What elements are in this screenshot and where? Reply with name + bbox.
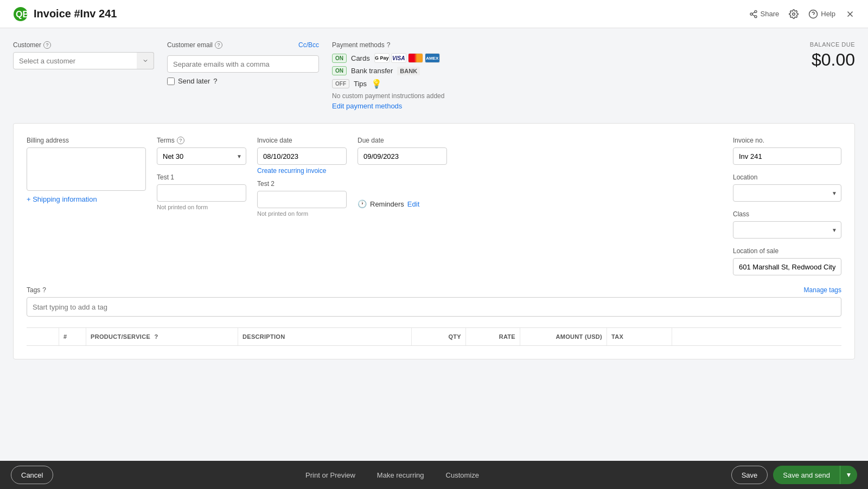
tips-toggle[interactable]: OFF: [332, 79, 349, 88]
create-recurring-link[interactable]: Create recurring invoice: [257, 167, 347, 175]
close-button[interactable]: [845, 9, 855, 19]
svg-line-5: [752, 15, 755, 16]
share-button[interactable]: Share: [749, 10, 780, 18]
table-col-rate: RATE: [466, 328, 520, 345]
send-later-label: Send later: [178, 77, 210, 85]
send-later-help-icon[interactable]: ?: [213, 77, 217, 85]
payment-methods-help-icon[interactable]: ?: [387, 41, 391, 49]
terms-group: Terms ? Net 30 Net 15 Due on receipt Cus…: [157, 137, 246, 210]
product-help-icon[interactable]: ?: [154, 333, 158, 340]
location-select[interactable]: [733, 184, 841, 202]
header-right: Share Help: [749, 9, 855, 19]
top-section: Customer ? Customer email ? Cc/Bcc: [13, 41, 855, 110]
balance-section: BALANCE DUE $0.00: [746, 41, 855, 70]
help-icon: [808, 9, 818, 19]
customer-help-icon[interactable]: ?: [43, 41, 51, 49]
share-icon: [749, 10, 758, 18]
reminders-row: 🕐 Reminders Edit: [358, 200, 447, 208]
email-input[interactable]: [167, 55, 319, 73]
tips-row: OFF Tips 💡: [332, 79, 733, 89]
svg-point-4: [755, 15, 757, 17]
invoice-no-group: Invoice no.: [733, 137, 841, 165]
table-col-amount: AMOUNT (USD): [520, 328, 607, 345]
due-date-input[interactable]: [358, 147, 447, 165]
customer-input[interactable]: [13, 52, 154, 69]
terms-select[interactable]: Net 30 Net 15 Due on receipt Custom: [157, 147, 246, 165]
mastercard-icon: [408, 53, 423, 63]
reminders-edit-link[interactable]: Edit: [407, 200, 419, 208]
billing-label: Billing address: [27, 137, 146, 144]
tags-input[interactable]: [27, 297, 841, 317]
bank-transfer-row: ON Bank transfer BANK: [332, 66, 733, 75]
settings-button[interactable]: [789, 9, 799, 19]
bank-transfer-label: Bank transfer: [351, 67, 393, 75]
gear-icon: [789, 9, 799, 19]
location-of-sale-input[interactable]: [733, 258, 841, 275]
cards-toggle[interactable]: ON: [332, 54, 347, 63]
clock-icon: 🕐: [358, 200, 367, 208]
tags-help-icon[interactable]: ?: [42, 286, 46, 294]
invoice-date-input[interactable]: [257, 147, 347, 165]
gpay-icon: G Pay: [374, 53, 390, 63]
share-label: Share: [761, 10, 780, 18]
app-header: QB Invoice #Inv 241 Share Help: [0, 0, 868, 28]
help-button[interactable]: Help: [808, 9, 835, 19]
billing-address-input[interactable]: [27, 147, 146, 191]
cc-bcc-link[interactable]: Cc/Bcc: [298, 41, 319, 49]
no-payment-text: No custom payment instructions added: [332, 92, 733, 100]
customer-section: Customer ?: [13, 41, 154, 69]
right-fields: Invoice no. Location ▼ Class: [733, 137, 841, 275]
table-col-checkbox: [27, 328, 59, 345]
billing-address-group: Billing address + Shipping information: [27, 137, 146, 203]
amex-icon: AMEX: [425, 53, 440, 63]
custom-field1-input[interactable]: [157, 184, 246, 202]
send-later-checkbox[interactable]: [167, 78, 175, 85]
help-label: Help: [821, 10, 835, 18]
email-header-row: Customer email ? Cc/Bcc: [167, 41, 319, 49]
header-left: QB Invoice #Inv 241: [13, 7, 749, 22]
invoice-no-input[interactable]: [733, 147, 841, 165]
close-icon: [845, 9, 855, 19]
payment-section: Payment methods ? ON Cards G Pay VISA AM…: [332, 41, 733, 110]
balance-label: BALANCE DUE: [746, 41, 855, 48]
custom-field2-group: Test 2 Not printed on form: [257, 180, 347, 217]
due-date-group: Due date 🕐 Reminders Edit: [358, 137, 447, 208]
custom-field1-label: Test 1: [157, 173, 246, 181]
cards-label: Cards: [351, 54, 370, 62]
table-header: # PRODUCT/SERVICE ? DESCRIPTION QTY RATE…: [27, 327, 841, 346]
custom-field2-input[interactable]: [257, 191, 347, 208]
invoice-date-label: Invoice date: [257, 137, 347, 144]
quickbooks-logo-icon: QB: [13, 7, 28, 22]
tags-section: Tags ? Manage tags: [27, 286, 841, 317]
chevron-down-icon: [142, 57, 149, 64]
class-group: Class ▼: [733, 210, 841, 239]
svg-point-3: [750, 13, 752, 15]
email-label: Customer email ?: [167, 41, 222, 49]
form-row-1: Billing address + Shipping information T…: [27, 137, 841, 275]
email-help-icon[interactable]: ?: [215, 41, 222, 49]
tips-icon: 💡: [371, 79, 382, 89]
table-col-product: PRODUCT/SERVICE ?: [86, 328, 238, 345]
terms-select-wrapper: Net 30 Net 15 Due on receipt Custom ▼: [157, 147, 246, 165]
table-col-description: DESCRIPTION: [238, 328, 412, 345]
customer-dropdown-button[interactable]: [137, 52, 154, 69]
location-of-sale-label: Location of sale: [733, 247, 841, 255]
terms-help-icon[interactable]: ?: [177, 137, 184, 144]
table-col-num: #: [59, 328, 86, 345]
shipping-link[interactable]: + Shipping information: [27, 195, 146, 203]
payment-methods-title: Payment methods ?: [332, 41, 733, 49]
custom-field1-group: Test 1 Not printed on form: [157, 173, 246, 210]
bank-icon: BANK: [397, 67, 420, 75]
manage-tags-link[interactable]: Manage tags: [804, 286, 841, 294]
edit-payment-link[interactable]: Edit payment methods: [332, 102, 402, 110]
class-select[interactable]: [733, 221, 841, 239]
bank-toggle[interactable]: ON: [332, 66, 347, 75]
table-col-tax: TAX: [607, 328, 672, 345]
invoice-date-group: Invoice date Create recurring invoice Te…: [257, 137, 347, 217]
custom-field2-note: Not printed on form: [257, 210, 347, 217]
location-group: Location ▼: [733, 173, 841, 202]
location-of-sale-group: Location of sale: [733, 247, 841, 275]
customer-select-wrapper: [13, 52, 154, 69]
send-later-row: Send later ?: [167, 77, 319, 85]
location-select-wrapper: ▼: [733, 184, 841, 202]
